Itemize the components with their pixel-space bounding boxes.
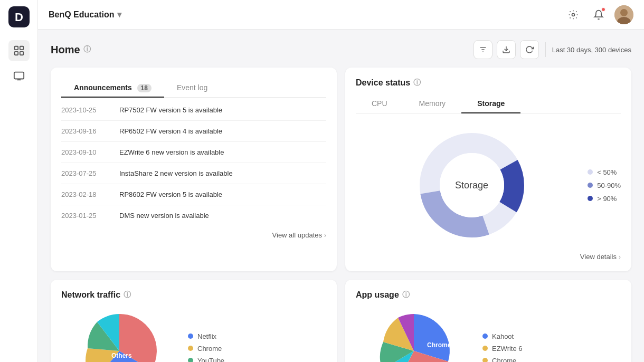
device-status-title: Device status ⓘ (356, 78, 621, 88)
announcement-item-3: 2023-09-10 EZWrite 6 new version is avai… (61, 142, 326, 163)
network-pie-chart: Others Netflix (61, 306, 177, 362)
org-name[interactable]: BenQ Education ▾ (49, 9, 121, 20)
announcements-card: Announcements 18 Event log 2023-10-25 RP… (51, 68, 337, 271)
info-icon: ⓘ (83, 45, 91, 54)
app-usage-title: App usage ⓘ (356, 290, 621, 300)
chevron-right-icon: › (324, 232, 326, 239)
tab-storage[interactable]: Storage (461, 94, 520, 113)
filter-button[interactable] (473, 40, 493, 59)
legend-dot-mid (588, 183, 593, 188)
app-usage-info-icon: ⓘ (402, 290, 410, 300)
legend-dot-high (588, 196, 593, 201)
device-status-info-icon: ⓘ (413, 78, 421, 88)
header-actions (564, 5, 633, 24)
svg-rect-4 (14, 52, 17, 55)
svg-text:Chrome: Chrome (427, 341, 451, 349)
legend-dot-chrome (188, 346, 193, 351)
chevron-right-icon: › (619, 253, 621, 261)
announcement-item-1: 2023-10-25 RP7502 FW version 5 is availa… (61, 100, 326, 121)
announcement-item-6: 2023-01-25 DMS new version is available (61, 205, 326, 226)
legend-chrome-app: Chrome (482, 357, 523, 363)
legend-netflix: Netflix (188, 332, 224, 340)
legend-dot-netflix (188, 334, 193, 339)
storage-donut-chart: Storage (414, 127, 530, 243)
network-traffic-title: Network traffic ⓘ (61, 290, 326, 300)
tab-cpu[interactable]: CPU (356, 94, 403, 113)
refresh-button[interactable] (520, 40, 539, 59)
tab-announcements[interactable]: Announcements 18 (61, 78, 164, 97)
org-name-label: BenQ Education (49, 10, 114, 20)
legend-youtube: YouTube (188, 357, 224, 363)
svg-rect-6 (14, 72, 23, 79)
app-usage-chart-area: Chrome Kahoot EZWrite 6 (356, 306, 621, 362)
sidebar-item-devices[interactable] (8, 65, 30, 87)
device-status-card: Device status ⓘ CPU Memory Storage (345, 68, 631, 271)
header: BenQ Education ▾ (38, 0, 644, 30)
view-details: View details › (356, 249, 621, 261)
svg-rect-3 (20, 46, 23, 50)
announcement-item-4: 2023-07-25 InstaShare 2 new version is a… (61, 163, 326, 184)
svg-rect-5 (20, 52, 23, 55)
legend-dot-chrome-app (482, 358, 488, 362)
tab-memory[interactable]: Memory (403, 94, 462, 113)
network-info-icon: ⓘ (124, 290, 131, 300)
legend-kahoot: Kahoot (482, 332, 523, 340)
app-usage-legend: Kahoot EZWrite 6 Chrome (482, 332, 523, 363)
announcements-badge: 18 (137, 84, 151, 92)
chevron-down-icon: ▾ (117, 9, 121, 20)
legend-item-mid: 50-90% (588, 182, 621, 189)
announcements-list: 2023-10-25 RP7502 FW version 5 is availa… (61, 100, 326, 226)
legend-dot-kahoot (482, 334, 488, 339)
sidebar: D (0, 0, 38, 362)
page-header: Home ⓘ (51, 40, 631, 59)
dashboard-grid: Announcements 18 Event log 2023-10-25 RP… (51, 68, 631, 362)
logo[interactable]: D (8, 6, 30, 27)
divider (545, 42, 546, 57)
network-legend: Netflix Chrome YouTube (188, 332, 224, 363)
svg-rect-2 (14, 46, 17, 50)
notifications-button[interactable] (589, 5, 608, 24)
announcements-tabs: Announcements 18 Event log (61, 78, 326, 98)
page-actions: Last 30 days, 300 devices (473, 40, 631, 59)
storage-chart-area: Storage < 50% 50-90% (356, 122, 621, 249)
settings-button[interactable] (564, 5, 583, 24)
legend-dot-low (588, 169, 593, 175)
view-details-link[interactable]: View details › (356, 253, 621, 261)
date-range-label: Last 30 days, 300 devices (552, 46, 631, 54)
network-traffic-card: Network traffic ⓘ (51, 280, 337, 362)
legend-item-low: < 50% (588, 168, 621, 176)
legend-ezwrite: EZWrite 6 (482, 345, 523, 353)
view-all-link[interactable]: View all updates › (61, 231, 326, 239)
sidebar-item-dashboard[interactable] (8, 40, 30, 61)
svg-point-9 (620, 9, 628, 16)
app-usage-card: App usage ⓘ (345, 280, 631, 362)
network-chart-area: Others Netflix Netflix Chrome (61, 306, 326, 362)
legend-dot-youtube (188, 358, 193, 362)
tab-event-log[interactable]: Event log (164, 78, 220, 97)
legend-dot-ezwrite (482, 346, 488, 351)
legend-item-high: > 90% (588, 195, 621, 203)
storage-chart-label: Storage (455, 180, 488, 191)
svg-text:D: D (15, 11, 23, 24)
storage-legend: < 50% 50-90% > 90% (588, 168, 621, 203)
avatar[interactable] (614, 5, 633, 24)
page-title: Home ⓘ (51, 44, 91, 56)
view-all-updates: View all updates › (61, 226, 326, 239)
announcement-item-2: 2023-09-16 RP6502 FW version 4 is availa… (61, 121, 326, 142)
announcement-item-5: 2023-02-18 RP8602 FW version 5 is availa… (61, 184, 326, 205)
legend-chrome: Chrome (188, 345, 224, 353)
page-body: Home ⓘ (38, 30, 644, 362)
download-button[interactable] (497, 40, 516, 59)
app-usage-pie-chart: Chrome (356, 306, 472, 362)
svg-point-7 (572, 13, 575, 16)
main-content: BenQ Education ▾ (38, 0, 644, 362)
device-status-tabs: CPU Memory Storage (356, 94, 621, 113)
svg-text:Others: Others (111, 352, 132, 359)
